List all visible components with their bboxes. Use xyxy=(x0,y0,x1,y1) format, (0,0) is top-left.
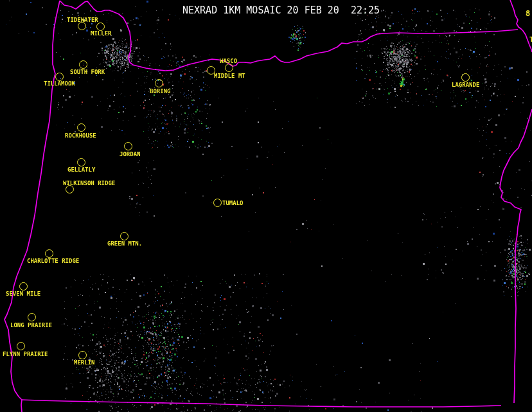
station-label: SEVEN MILE xyxy=(6,291,40,297)
station-label: BORING xyxy=(150,88,171,94)
station-circle-icon xyxy=(19,282,28,291)
nexrad-mosaic-screen: TIDEWATERMILLERSOUTH FORKTILLAMOOKWASCOM… xyxy=(0,0,532,412)
station-label: ROCKHOUSE xyxy=(65,132,96,139)
station-circle-icon xyxy=(77,158,85,166)
station-label: SOUTH FORK xyxy=(70,69,105,75)
station-circle-icon xyxy=(155,79,163,87)
station-circle-icon xyxy=(461,73,470,82)
station-circle-icon xyxy=(96,22,105,31)
station-label: TUMALO xyxy=(222,200,244,206)
boundary-northeast-corner-river xyxy=(510,0,532,52)
station-label: CHARLOTTE RIDGE xyxy=(27,258,79,264)
station-label: TILLAMOOK xyxy=(44,80,75,87)
mosaic-title: NEXRAD 1KM MOSAIC 20 FEB 20 22:25 xyxy=(182,4,380,16)
station-circle-icon xyxy=(77,123,85,132)
station-label: LAGRANDE xyxy=(452,82,479,88)
station-circle-icon xyxy=(55,73,64,81)
station-label: JORDAN xyxy=(120,151,141,157)
station-label: GELLATLY xyxy=(67,166,95,173)
station-label: FLYNN PRAIRIE xyxy=(3,351,48,357)
station-label: WASCO xyxy=(220,58,237,64)
station-circle-icon xyxy=(17,342,25,350)
boundary-pacific-coast xyxy=(4,1,60,412)
boundary-snake-river-east-border xyxy=(500,109,532,403)
station-circle-icon xyxy=(213,199,222,207)
station-label: WILKINSON RIDGE xyxy=(63,180,115,186)
edge-label-t: T xyxy=(529,35,532,44)
station-label: MILLER xyxy=(91,30,112,37)
edge-label-8: 8 xyxy=(526,9,530,18)
station-label: TIDEWATER xyxy=(67,17,98,23)
boundary-california-south-border xyxy=(22,400,501,407)
station-circle-icon xyxy=(79,60,87,69)
station-circle-icon xyxy=(78,351,87,359)
station-label: GREEN MTN. xyxy=(107,240,142,247)
station-circle-icon xyxy=(124,142,132,150)
station-circle-icon xyxy=(45,249,53,258)
station-label: MERLIN xyxy=(74,359,95,366)
station-label: MIDDLE MT xyxy=(214,73,245,79)
station-circle-icon xyxy=(120,232,129,240)
station-circle-icon xyxy=(225,64,233,72)
station-circle-icon xyxy=(28,313,36,321)
station-label: LONG PRAIRIE xyxy=(10,322,52,328)
